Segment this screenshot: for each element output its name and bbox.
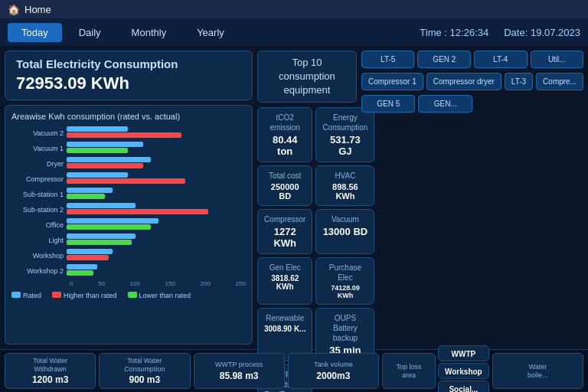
eq-lt5[interactable]: LT-5 xyxy=(361,51,415,68)
equipment-row-3: GEN 5 GEN... xyxy=(361,95,583,113)
title-bar: 🏠 Home xyxy=(0,0,588,18)
tab-yearly[interactable]: Yearly xyxy=(183,23,238,42)
top10-label: Top 10consumption equipment xyxy=(264,56,350,98)
eq-lt3[interactable]: LT-3 xyxy=(505,73,533,90)
card-wwtp-loss[interactable]: WWTP xyxy=(438,345,489,361)
main-content: Total Electricity Consumption 72953.09 K… xyxy=(0,46,588,349)
tab-monthly[interactable]: Monthly xyxy=(118,23,181,42)
card-top-loss-label: Top lossarea xyxy=(382,353,436,389)
equipment-row-2: Compressor 1 Compressor dryer LT-3 Compr… xyxy=(361,73,583,90)
chart-area: Vacuum 2 Vacuum 1 Dryer Compressor Sub-s… xyxy=(11,126,246,279)
chart-legend: Rated Higher than rated Lower than rated xyxy=(11,292,246,299)
eq-lt4[interactable]: LT-4 xyxy=(474,51,528,68)
consumption-title: Total Electricity Consumption xyxy=(16,57,241,70)
eq-compre[interactable]: Compre... xyxy=(536,73,583,90)
time-display: Time : 12:26:34 xyxy=(420,27,488,38)
nav-bar: Today Daily Monthly Yearly Time : 12:26:… xyxy=(0,18,588,46)
eq-util[interactable]: Util... xyxy=(531,51,584,68)
home-icon: 🏠 xyxy=(8,4,20,15)
card-water-boiler: Waterboile... xyxy=(492,353,583,389)
mid-panel: Top 10consumption equipment tCO2 emissio… xyxy=(257,51,357,345)
card-social-loss[interactable]: Social... xyxy=(438,381,489,392)
chart-y-labels: Vacuum 2 Vacuum 1 Dryer Compressor Sub-s… xyxy=(11,126,67,279)
chart-box: Areawise Kwh consumption (rated vs. actu… xyxy=(5,105,253,345)
right-panel: LT-5 GEN 2 LT-4 Util... Compressor 1 Com… xyxy=(361,51,583,345)
card-water-withdrawn: Total WaterWithdrawn 1200 m3 xyxy=(5,353,96,389)
equipment-row-1: LT-5 GEN 2 LT-4 Util... xyxy=(361,51,583,68)
bottom-bar: Total WaterWithdrawn 1200 m3 Total Water… xyxy=(0,349,588,392)
card-tank-volume: Tank volume 2000m3 xyxy=(288,353,379,389)
nav-right: Time : 12:26:34 Date: 19.07.2023 xyxy=(420,27,580,38)
chart-bars xyxy=(67,126,246,279)
chart-x-axis: 0 50 100 150 200 250 xyxy=(11,280,246,287)
chart-title: Areawise Kwh consumption (rated vs. actu… xyxy=(11,112,246,121)
stat-compressor: Compressor 1272 KWh xyxy=(257,209,312,254)
eq-gen5[interactable]: GEN 5 xyxy=(361,95,416,113)
card-wwtp-process: WWTP process 85.98 m3 xyxy=(194,353,285,389)
tab-today[interactable]: Today xyxy=(8,23,62,42)
eq-compressor-dryer[interactable]: Compressor dryer xyxy=(426,73,501,90)
stat-total-cost: Total cost 250000 BD xyxy=(257,165,312,206)
app-title: Home xyxy=(24,4,51,15)
card-workshop-loss[interactable]: Workshop xyxy=(438,363,489,379)
tab-daily[interactable]: Daily xyxy=(65,23,115,42)
left-panel: Total Electricity Consumption 72953.09 K… xyxy=(5,51,253,345)
nav-tabs: Today Daily Monthly Yearly xyxy=(8,23,238,42)
consumption-box: Total Electricity Consumption 72953.09 K… xyxy=(5,51,253,100)
card-water-consumption: Total WaterConsumption 900 m3 xyxy=(99,353,190,389)
date-display: Date: 19.07.2023 xyxy=(504,27,580,38)
stat-gen-elec: Gen Elec 3818.62 KWh xyxy=(257,257,312,305)
stat-co2: tCO2 emission 80.44 ton xyxy=(257,107,312,162)
top10-box: Top 10consumption equipment xyxy=(257,51,357,103)
top-loss-list: WWTP Workshop Social... xyxy=(438,353,489,389)
eq-compressor1[interactable]: Compressor 1 xyxy=(361,73,423,90)
consumption-value: 72953.09 KWh xyxy=(16,74,241,93)
eq-gen2[interactable]: GEN 2 xyxy=(417,51,471,68)
eq-gen-more[interactable]: GEN... xyxy=(418,95,472,113)
